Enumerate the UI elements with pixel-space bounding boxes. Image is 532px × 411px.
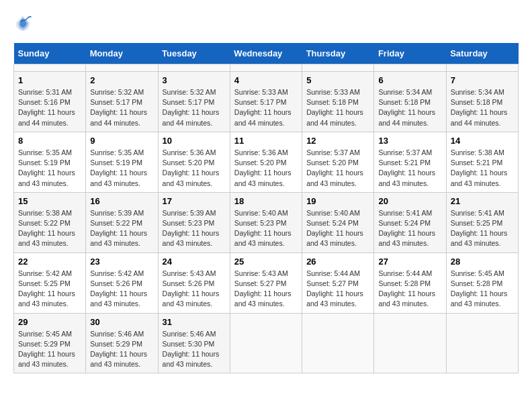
day-number: 9 (90, 136, 153, 146)
day-number: 6 (378, 75, 441, 85)
day-info: Sunrise: 5:37 AMSunset: 5:20 PMDaylight:… (306, 148, 369, 189)
day-info: Sunrise: 5:34 AMSunset: 5:18 PMDaylight:… (451, 87, 514, 128)
day-number: 11 (234, 136, 298, 146)
calendar-cell: 23Sunrise: 5:42 AMSunset: 5:26 PMDayligh… (86, 253, 158, 313)
calendar-cell (230, 313, 302, 373)
day-info: Sunrise: 5:40 AMSunset: 5:23 PMDaylight:… (234, 208, 298, 249)
day-number: 1 (18, 75, 81, 85)
column-header-tuesday: Tuesday (158, 43, 230, 64)
calendar-cell: 26Sunrise: 5:44 AMSunset: 5:27 PMDayligh… (302, 253, 374, 313)
calendar-cell: 22Sunrise: 5:42 AMSunset: 5:25 PMDayligh… (14, 253, 86, 313)
calendar-cell (302, 313, 374, 373)
calendar-cell (86, 64, 158, 72)
day-number: 3 (163, 75, 226, 85)
logo (13, 13, 35, 32)
day-number: 30 (90, 317, 153, 327)
day-number: 29 (18, 317, 81, 327)
calendar-cell: 10Sunrise: 5:36 AMSunset: 5:20 PMDayligh… (158, 132, 230, 192)
day-info: Sunrise: 5:46 AMSunset: 5:29 PMDaylight:… (90, 329, 153, 370)
calendar-week-row: 15Sunrise: 5:38 AMSunset: 5:22 PMDayligh… (14, 192, 519, 253)
day-info: Sunrise: 5:39 AMSunset: 5:22 PMDaylight:… (90, 208, 153, 249)
calendar-cell: 3Sunrise: 5:32 AMSunset: 5:17 PMDaylight… (158, 72, 230, 132)
day-number: 26 (306, 257, 369, 267)
calendar-cell: 13Sunrise: 5:37 AMSunset: 5:21 PMDayligh… (374, 132, 446, 192)
calendar-cell (230, 64, 302, 72)
day-number: 4 (234, 75, 298, 85)
day-info: Sunrise: 5:32 AMSunset: 5:17 PMDaylight:… (90, 87, 153, 128)
day-info: Sunrise: 5:34 AMSunset: 5:18 PMDaylight:… (378, 87, 441, 128)
day-info: Sunrise: 5:36 AMSunset: 5:20 PMDaylight:… (234, 148, 298, 189)
column-header-thursday: Thursday (302, 43, 374, 64)
day-info: Sunrise: 5:38 AMSunset: 5:21 PMDaylight:… (451, 148, 514, 189)
calendar-cell: 9Sunrise: 5:35 AMSunset: 5:19 PMDaylight… (86, 132, 158, 192)
calendar-cell: 12Sunrise: 5:37 AMSunset: 5:20 PMDayligh… (302, 132, 374, 192)
day-number: 10 (163, 136, 226, 146)
calendar-cell: 11Sunrise: 5:36 AMSunset: 5:20 PMDayligh… (230, 132, 302, 192)
calendar-week-row: 29Sunrise: 5:45 AMSunset: 5:29 PMDayligh… (14, 313, 519, 373)
calendar-week-row: 8Sunrise: 5:35 AMSunset: 5:19 PMDaylight… (14, 132, 519, 192)
calendar-cell: 21Sunrise: 5:41 AMSunset: 5:25 PMDayligh… (446, 192, 518, 253)
day-number: 5 (306, 75, 369, 85)
day-info: Sunrise: 5:45 AMSunset: 5:28 PMDaylight:… (451, 269, 514, 310)
calendar-cell: 18Sunrise: 5:40 AMSunset: 5:23 PMDayligh… (230, 192, 302, 253)
day-info: Sunrise: 5:38 AMSunset: 5:22 PMDaylight:… (18, 208, 81, 249)
column-header-wednesday: Wednesday (230, 43, 302, 64)
day-info: Sunrise: 5:42 AMSunset: 5:26 PMDaylight:… (90, 269, 153, 310)
day-info: Sunrise: 5:44 AMSunset: 5:27 PMDaylight:… (306, 269, 369, 310)
calendar-cell: 27Sunrise: 5:44 AMSunset: 5:28 PMDayligh… (374, 253, 446, 313)
calendar-week-row (14, 64, 519, 72)
day-number: 13 (378, 136, 441, 146)
column-header-friday: Friday (374, 43, 446, 64)
day-info: Sunrise: 5:45 AMSunset: 5:29 PMDaylight:… (18, 329, 81, 370)
day-number: 31 (163, 317, 226, 327)
day-number: 21 (451, 196, 514, 206)
day-info: Sunrise: 5:41 AMSunset: 5:25 PMDaylight:… (451, 208, 514, 249)
calendar-cell (302, 64, 374, 72)
calendar-cell (446, 313, 518, 373)
calendar-week-row: 22Sunrise: 5:42 AMSunset: 5:25 PMDayligh… (14, 253, 519, 313)
calendar-header-row: SundayMondayTuesdayWednesdayThursdayFrid… (14, 43, 519, 64)
calendar-cell: 4Sunrise: 5:33 AMSunset: 5:17 PMDaylight… (230, 72, 302, 132)
day-number: 16 (90, 196, 153, 206)
calendar-cell: 8Sunrise: 5:35 AMSunset: 5:19 PMDaylight… (14, 132, 86, 192)
column-header-monday: Monday (86, 43, 158, 64)
day-number: 12 (306, 136, 369, 146)
day-number: 2 (90, 75, 153, 85)
day-number: 28 (451, 257, 514, 267)
day-info: Sunrise: 5:33 AMSunset: 5:18 PMDaylight:… (306, 87, 369, 128)
day-info: Sunrise: 5:40 AMSunset: 5:24 PMDaylight:… (306, 208, 369, 249)
day-number: 15 (18, 196, 81, 206)
day-info: Sunrise: 5:41 AMSunset: 5:24 PMDaylight:… (378, 208, 441, 249)
calendar-cell: 2Sunrise: 5:32 AMSunset: 5:17 PMDaylight… (86, 72, 158, 132)
day-info: Sunrise: 5:35 AMSunset: 5:19 PMDaylight:… (90, 148, 153, 189)
day-info: Sunrise: 5:46 AMSunset: 5:30 PMDaylight:… (163, 329, 226, 370)
calendar-cell: 25Sunrise: 5:43 AMSunset: 5:27 PMDayligh… (230, 253, 302, 313)
calendar-cell: 15Sunrise: 5:38 AMSunset: 5:22 PMDayligh… (14, 192, 86, 253)
day-number: 8 (18, 136, 81, 146)
page-header (13, 13, 519, 32)
day-number: 14 (451, 136, 514, 146)
day-number: 18 (234, 196, 298, 206)
calendar-cell (158, 64, 230, 72)
day-info: Sunrise: 5:33 AMSunset: 5:17 PMDaylight:… (234, 87, 298, 128)
column-header-saturday: Saturday (446, 43, 518, 64)
column-header-sunday: Sunday (14, 43, 86, 64)
day-number: 23 (90, 257, 153, 267)
day-number: 27 (378, 257, 441, 267)
day-info: Sunrise: 5:37 AMSunset: 5:21 PMDaylight:… (378, 148, 441, 189)
day-info: Sunrise: 5:32 AMSunset: 5:17 PMDaylight:… (163, 87, 226, 128)
day-info: Sunrise: 5:35 AMSunset: 5:19 PMDaylight:… (18, 148, 81, 189)
logo-icon (13, 13, 32, 32)
calendar-cell: 20Sunrise: 5:41 AMSunset: 5:24 PMDayligh… (374, 192, 446, 253)
calendar-cell: 1Sunrise: 5:31 AMSunset: 5:16 PMDaylight… (14, 72, 86, 132)
calendar-cell: 30Sunrise: 5:46 AMSunset: 5:29 PMDayligh… (86, 313, 158, 373)
calendar-cell: 16Sunrise: 5:39 AMSunset: 5:22 PMDayligh… (86, 192, 158, 253)
calendar-cell: 14Sunrise: 5:38 AMSunset: 5:21 PMDayligh… (446, 132, 518, 192)
calendar-cell (446, 64, 518, 72)
calendar-cell (374, 64, 446, 72)
day-number: 22 (18, 257, 81, 267)
day-info: Sunrise: 5:44 AMSunset: 5:28 PMDaylight:… (378, 269, 441, 310)
calendar-cell: 19Sunrise: 5:40 AMSunset: 5:24 PMDayligh… (302, 192, 374, 253)
day-number: 7 (451, 75, 514, 85)
calendar-cell (14, 64, 86, 72)
